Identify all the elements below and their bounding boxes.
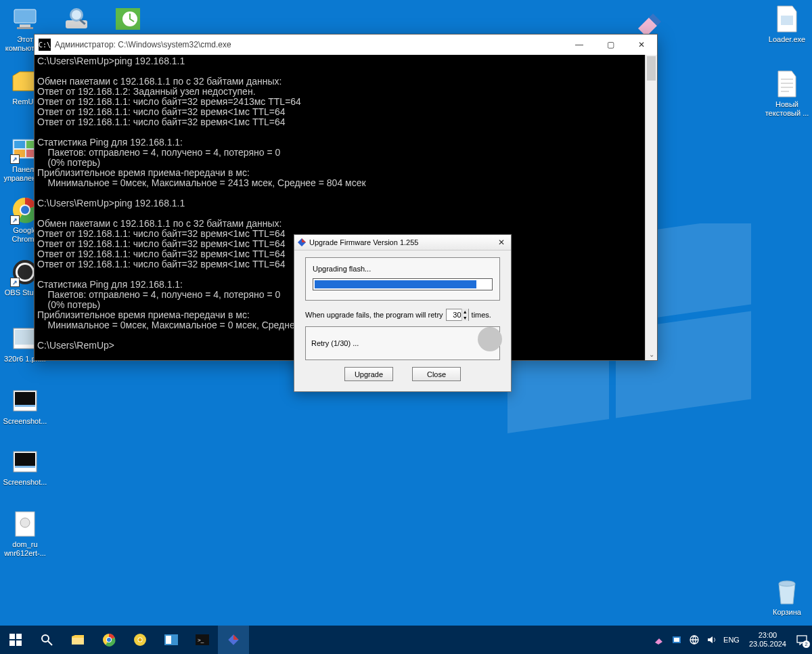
svg-point-14: [21, 206, 29, 214]
icon-label: Screenshot...: [3, 478, 47, 487]
tray-security-icon[interactable]: [671, 634, 683, 646]
close-button[interactable]: ✕: [626, 35, 657, 55]
retry-line: When upgrade fails, the program will ret…: [305, 309, 500, 321]
taskbar[interactable]: >_ ENG 23:00 23.05.2024 2: [0, 626, 812, 654]
dialog-icon: [297, 238, 307, 247]
taskbar-app1[interactable]: [156, 626, 187, 654]
svg-line-47: [48, 641, 52, 645]
svg-point-46: [42, 635, 49, 642]
icon-label: Корзина: [773, 608, 801, 617]
taskbar-cmd[interactable]: >_: [187, 626, 218, 654]
tray-volume-icon[interactable]: [706, 634, 718, 646]
desktop-icon-recycle-bin[interactable]: Корзина: [762, 577, 812, 617]
desktop-icon-loader[interactable]: Loader.exe: [762, 4, 812, 44]
svg-point-27: [20, 518, 30, 527]
status-text: Upgrading flash...: [313, 265, 493, 273]
retry-count-stepper[interactable]: ▲▼: [446, 309, 469, 321]
icon-label: dom_ru wnr612ert-...: [0, 540, 50, 557]
taskbar-chrome-canary[interactable]: [125, 626, 156, 654]
svg-rect-43: [16, 634, 22, 639]
svg-point-54: [139, 638, 142, 642]
tray-network-icon[interactable]: [688, 634, 700, 646]
scrollbar-thumb[interactable]: [647, 56, 656, 81]
taskbar-upgrade-app[interactable]: [218, 626, 249, 654]
desktop-icon-green-tool[interactable]: [103, 4, 153, 35]
upgrade-button[interactable]: Upgrade: [344, 367, 393, 381]
shortcut-arrow-icon: ↗: [10, 215, 20, 225]
cmd-scrollbar[interactable]: ⌄: [645, 55, 657, 360]
svg-rect-45: [16, 640, 22, 646]
taskbar-chrome[interactable]: [93, 626, 125, 654]
shortcut-arrow-icon: ↗: [10, 154, 20, 164]
spinner-up-icon[interactable]: ▲: [461, 309, 468, 315]
icon-label: Loader.exe: [769, 35, 805, 44]
dialog-close-button[interactable]: ✕: [492, 235, 511, 250]
progress-bar-fill: [315, 280, 476, 288]
taskbar-explorer[interactable]: [62, 626, 93, 654]
icon-label: Новый текстовый ...: [762, 100, 812, 117]
svg-rect-25: [15, 466, 35, 468]
start-button[interactable]: [0, 626, 31, 654]
spinner-down-icon[interactable]: ▼: [461, 315, 468, 321]
svg-rect-21: [15, 392, 35, 407]
svg-point-17: [18, 265, 32, 280]
dialog-title-text: Upgrade Firmware Version 1.255: [309, 238, 418, 246]
retry-text-prefix: When upgrade fails, the program will ret…: [305, 311, 443, 319]
log-box: Retry (1/30) ...: [305, 326, 500, 360]
cmd-titlebar[interactable]: C:\ Администратор: C:\Windows\system32\c…: [35, 35, 657, 55]
svg-rect-6: [17, 27, 33, 29]
tray-language[interactable]: ENG: [723, 636, 740, 644]
svg-rect-5: [20, 24, 30, 27]
tray-clock[interactable]: 23:00 23.05.2024: [745, 631, 790, 648]
tray-eraser-icon[interactable]: [653, 634, 665, 646]
maximize-button[interactable]: ▢: [595, 35, 626, 55]
svg-point-51: [107, 638, 111, 642]
tray-time: 23:00: [749, 631, 786, 640]
progress-bar: [313, 278, 493, 290]
desktop-icon-screenshot2[interactable]: Screenshot...: [0, 447, 50, 487]
desktop-icon-magnifier[interactable]: [51, 4, 102, 35]
svg-rect-8: [14, 141, 25, 148]
svg-rect-34: [781, 16, 793, 25]
retry-text-suffix: times.: [472, 311, 491, 319]
upgrade-firmware-dialog[interactable]: Upgrade Firmware Version 1.255 ✕ Upgradi…: [294, 234, 512, 392]
svg-marker-60: [233, 634, 239, 640]
svg-rect-42: [9, 634, 15, 639]
svg-rect-19: [15, 330, 35, 345]
icon-label: Screenshot...: [3, 417, 47, 426]
svg-rect-4: [14, 9, 36, 23]
notification-badge: 2: [803, 640, 810, 648]
cmd-title-text: Администратор: C:\Windows\system32\cmd.e…: [55, 40, 231, 49]
svg-marker-41: [302, 238, 306, 242]
svg-rect-44: [9, 640, 15, 646]
minimize-button[interactable]: —: [564, 35, 595, 55]
scrollbar-down-icon[interactable]: ⌄: [646, 348, 657, 360]
system-tray[interactable]: ENG 23:00 23.05.2024 2: [653, 626, 812, 654]
status-indicator-icon: [478, 327, 502, 351]
search-button[interactable]: [31, 626, 62, 654]
dialog-progress-pane: Upgrading flash...: [305, 257, 500, 301]
dialog-titlebar[interactable]: Upgrade Firmware Version 1.255 ✕: [294, 235, 511, 250]
tray-notifications-icon[interactable]: 2: [796, 634, 808, 646]
svg-rect-48: [72, 638, 84, 645]
desktop-icon-dom-ru[interactable]: dom_ru wnr612ert-...: [0, 509, 50, 557]
log-text: Retry (1/30) ...: [311, 339, 359, 347]
svg-rect-56: [166, 636, 171, 644]
desktop-icon-textfile[interactable]: Новый текстовый ...: [762, 69, 812, 117]
shortcut-arrow-icon: ↗: [10, 278, 20, 287]
close-dialog-button[interactable]: Close: [412, 367, 461, 381]
svg-point-30: [72, 10, 81, 20]
svg-rect-22: [15, 405, 35, 407]
svg-rect-24: [15, 453, 35, 468]
tray-date: 23.05.2024: [749, 640, 786, 649]
svg-point-39: [779, 581, 795, 586]
desktop-icon-screenshot1[interactable]: Screenshot...: [0, 386, 50, 426]
retry-count-input[interactable]: [447, 311, 461, 319]
svg-rect-62: [674, 638, 679, 642]
svg-text:>_: >_: [198, 637, 204, 643]
cmd-icon: C:\: [39, 39, 51, 51]
